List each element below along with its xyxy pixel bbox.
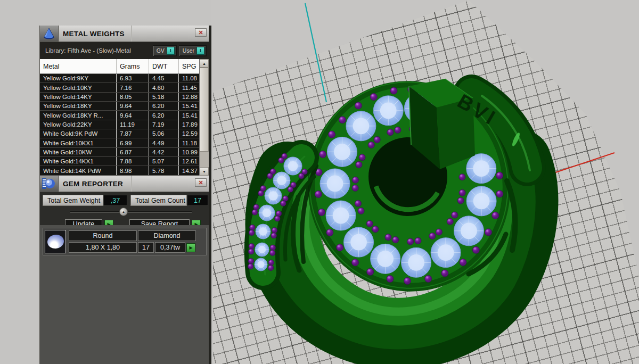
table-cell: 11.18	[178, 138, 199, 147]
gem-reporter-panel: GEM REPORTER ✕ Total Gem Weight ,37 Tota…	[39, 176, 211, 364]
user-toggle-button[interactable]: User I	[179, 45, 207, 56]
table-row[interactable]: Yellow Gold:9KY6.934.4511.08	[40, 74, 199, 83]
table-cell: 5.07	[149, 157, 178, 166]
table-cell: Yellow Gold:9KY	[40, 74, 116, 82]
table-row[interactable]: Yellow Gold:14KY8.055.1812.88	[40, 93, 199, 102]
table-cell: 5.18	[149, 93, 178, 101]
table-cell: 14.37	[178, 166, 199, 175]
table-cell: 7.88	[116, 157, 149, 166]
table-cell: 5.06	[149, 129, 178, 138]
table-cell: 7.87	[116, 129, 149, 138]
total-gem-weight-label: Total Gem Weight	[43, 195, 103, 206]
scroll-down-icon: ▼	[202, 170, 206, 173]
close-icon: ✕	[198, 30, 203, 36]
table-cell: 7.16	[116, 83, 149, 92]
header-grams[interactable]: Grams	[116, 59, 149, 73]
table-cell: 6.93	[116, 74, 149, 82]
header-metal[interactable]: Metal	[40, 59, 116, 73]
gem-icon	[46, 234, 64, 250]
table-cell: 15.41	[178, 111, 199, 119]
table-cell: 6.20	[149, 111, 178, 119]
table-row[interactable]: White Gold:14K PdW8.985.7814.37	[40, 166, 199, 175]
user-label: User	[183, 47, 194, 54]
total-gem-count-value: 17	[187, 195, 208, 206]
table-cell: 4.45	[149, 74, 178, 82]
gem-thumbnail	[45, 230, 66, 253]
table-cell: 4.60	[149, 83, 178, 92]
ground-grid	[211, 0, 639, 364]
gem-panel-slider[interactable]: ▲	[70, 207, 192, 216]
table-cell: Yellow Gold:18KY	[40, 102, 116, 110]
scroll-down-button[interactable]: ▼	[200, 167, 209, 176]
table-cell: 6.20	[149, 102, 178, 110]
table-row[interactable]: White Gold:9K PdW7.875.0612.59	[40, 129, 199, 138]
table-cell: 10.99	[178, 148, 199, 156]
totals-row: Total Gem Weight ,37 Total Gem Count 17	[43, 195, 209, 206]
gem-reporter-close-button[interactable]: ✕	[195, 178, 207, 187]
metal-weights-titlebar[interactable]: METAL WEIGHTS ✕	[40, 26, 209, 42]
table-cell: 15.41	[178, 102, 199, 110]
metal-weights-table: Metal Grams DWT SPG Yellow Gold:9KY6.934…	[40, 59, 209, 176]
table-cell: White Gold:10KW	[40, 148, 116, 156]
scroll-up-icon: ▲	[202, 62, 206, 65]
gem-weight-cell: 0,37tw	[155, 242, 185, 253]
table-row[interactable]: White Gold:10KX16.994.4911.18	[40, 138, 199, 147]
gem-type-cell: Diamond	[138, 230, 196, 241]
total-gem-count-label: Total Gem Count	[130, 195, 187, 206]
table-cell: White Gold:10KX1	[40, 138, 116, 147]
slider-marker-icon: ▲	[122, 210, 125, 213]
table-cell: Yellow Gold:10KY	[40, 83, 116, 92]
gem-row-card[interactable]: Round Diamond 1,80 X 1,80 17 0,37tw ▶	[43, 228, 207, 255]
table-cell: 8.98	[116, 166, 149, 175]
gem-row-run-button[interactable]: ▶	[186, 243, 195, 252]
table-row[interactable]: Yellow Gold:18KY R...9.646.2015.41	[40, 111, 199, 120]
close-icon: ✕	[198, 180, 203, 186]
table-row[interactable]: White Gold:14KX17.885.0712.61	[40, 157, 199, 166]
metal-weights-close-button[interactable]: ✕	[195, 28, 207, 37]
gv-toggle-button[interactable]: GV I	[153, 45, 177, 56]
gem-reporter-title: GEM REPORTER	[59, 176, 131, 192]
table-cell: White Gold:14K PdW	[40, 166, 116, 175]
library-bar: Library: Fifth Ave - (Slow)-Metal GV I U…	[40, 42, 209, 59]
table-cell: 5.78	[149, 166, 178, 175]
table-body: Yellow Gold:9KY6.934.4511.08Yellow Gold:…	[40, 74, 199, 176]
table-cell: 17.89	[178, 120, 199, 129]
table-row[interactable]: Yellow Gold:18KY9.646.2015.41	[40, 102, 199, 111]
table-cell: 8.05	[116, 93, 149, 101]
cone-icon	[43, 27, 55, 40]
user-indicator: I	[196, 47, 204, 55]
table-cell: White Gold:14KX1	[40, 157, 116, 166]
ground-grid-lines	[211, 0, 639, 364]
gem-size-cell: 1,80 X 1,80	[69, 242, 137, 253]
titlebar-grip	[131, 176, 195, 192]
table-cell: Yellow Gold:14KY	[40, 93, 116, 101]
table-cell: 7.19	[149, 120, 178, 129]
table-cell: 12.61	[178, 157, 199, 166]
gem-shape-cell: Round	[69, 230, 137, 241]
slider-handle[interactable]: ▲	[119, 208, 128, 216]
table-header-row: Metal Grams DWT SPG	[40, 59, 209, 74]
table-row[interactable]: Yellow Gold:10KY7.164.6011.45	[40, 83, 199, 92]
gem-reporter-titlebar[interactable]: GEM REPORTER ✕	[40, 176, 209, 192]
metal-weights-panel: METAL WEIGHTS ✕ Library: Fifth Ave - (Sl…	[39, 26, 211, 176]
metal-weights-panel-icon	[40, 26, 59, 42]
header-dwt[interactable]: DWT	[149, 59, 178, 73]
table-cell: 12.88	[178, 93, 199, 101]
scrollbar-thumb[interactable]	[200, 68, 209, 152]
table-cell: Yellow Gold:18KY R...	[40, 111, 116, 119]
viewport-3d[interactable]	[211, 0, 639, 364]
gem-reporter-body: Round Diamond 1,80 X 1,80 17 0,37tw ▶	[40, 225, 209, 364]
scroll-up-button[interactable]: ▲	[200, 59, 209, 68]
total-gem-weight-value: ,37	[103, 195, 127, 206]
table-scrollbar[interactable]: ▲ ▼	[199, 59, 209, 176]
table-cell: 9.64	[116, 111, 149, 119]
table-row[interactable]: White Gold:10KW6.874.4210.99	[40, 148, 199, 157]
table-row[interactable]: Yellow Gold:22KY11.197.1917.89	[40, 120, 199, 129]
table-cell: Yellow Gold:22KY	[40, 120, 116, 129]
gem-row-table: Round Diamond 1,80 X 1,80 17 0,37tw ▶	[69, 230, 196, 253]
table-cell: 11.19	[116, 120, 149, 129]
table-cell: 6.99	[116, 138, 149, 147]
table-cell: 9.64	[116, 102, 149, 110]
table-cell: 4.49	[149, 138, 178, 147]
application-window: BVI METAL WEIGHTS ✕ Library: Fifth Ave -…	[0, 0, 639, 364]
